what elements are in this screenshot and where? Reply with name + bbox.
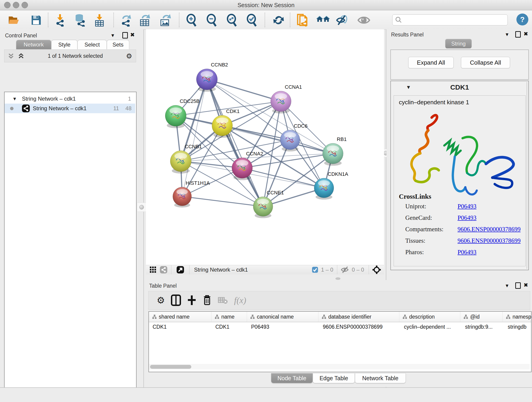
first-neighbors-icon[interactable] xyxy=(316,13,330,27)
crosslink-tissues-link[interactable]: 9606.ENSP00000378699 xyxy=(457,237,520,244)
search-input[interactable] xyxy=(404,17,507,23)
import-network-file-icon[interactable] xyxy=(53,13,67,27)
crosslink-label: Pharos: xyxy=(405,249,424,255)
import-table-file-icon[interactable] xyxy=(93,13,106,27)
network-badge-icon[interactable] xyxy=(160,266,167,274)
import-network-database-icon[interactable] xyxy=(73,13,87,27)
save-session-icon[interactable] xyxy=(29,13,43,27)
zoom-out-icon[interactable] xyxy=(205,13,219,27)
selected-checkbox-icon[interactable] xyxy=(312,267,318,273)
network-node-cdc25b[interactable] xyxy=(165,105,186,128)
network-edge[interactable] xyxy=(207,79,263,206)
column-header[interactable]: database identifier xyxy=(318,312,399,322)
panel-close-icon[interactable]: ✖ xyxy=(524,31,528,37)
network-options-gear-icon[interactable]: ⚙ xyxy=(126,52,132,60)
add-column-icon[interactable] xyxy=(187,294,196,306)
tree-expand-icon[interactable]: ▼ xyxy=(12,96,17,102)
network-tree-child-row[interactable]: String Network – cdk1 11 48 xyxy=(5,104,135,113)
grid-view-icon[interactable] xyxy=(150,266,157,273)
network-edge[interactable] xyxy=(222,126,333,153)
delete-column-icon[interactable] xyxy=(203,294,212,306)
network-node-cdkn1a[interactable] xyxy=(314,178,334,200)
show-all-icon[interactable] xyxy=(357,13,371,27)
selected-counts: 1 – 0 xyxy=(321,267,333,273)
panel-close-icon[interactable]: ✖ xyxy=(524,282,528,288)
table-horizontal-scrollbar[interactable] xyxy=(149,364,530,370)
network-node-cdc6[interactable] xyxy=(280,130,300,152)
network-node-ccnb2[interactable] xyxy=(196,69,217,92)
column-header[interactable]: @id xyxy=(460,312,503,322)
network-node-ccna2[interactable] xyxy=(232,158,253,180)
expand-all-tree-icon[interactable] xyxy=(7,52,14,59)
network-node-hist1h1a[interactable] xyxy=(173,187,191,207)
panel-float-icon[interactable] xyxy=(515,282,521,289)
network-node-ccna1[interactable] xyxy=(271,91,291,114)
network-tree-root-row[interactable]: ▼ String Network – cdk1 1 xyxy=(5,94,135,104)
column-header[interactable]: description xyxy=(399,312,460,322)
birds-eye-icon[interactable] xyxy=(372,265,381,274)
node-label: CDK1 xyxy=(226,108,240,114)
refresh-icon[interactable] xyxy=(272,13,285,27)
crosslink-label: Uniprot: xyxy=(405,203,426,210)
collapse-all-tree-icon[interactable] xyxy=(18,52,25,59)
network-node-rb1[interactable] xyxy=(323,143,343,166)
clone-network-icon[interactable] xyxy=(296,13,310,27)
column-header[interactable]: canonical name xyxy=(247,312,318,322)
table-row[interactable]: CDK1 CDK1 P06493 9606.ENSP00000378699 cy… xyxy=(149,322,531,332)
export-table-icon[interactable] xyxy=(138,13,152,27)
network-list-toolbar: 1 of 1 Network selected ⚙ xyxy=(4,50,136,62)
zoom-fit-icon[interactable] xyxy=(225,13,239,27)
splitter-handle-horizontal[interactable] xyxy=(336,277,341,280)
panel-float-icon[interactable] xyxy=(515,31,521,38)
crosslink-label: Tissues: xyxy=(405,237,425,244)
tab-select[interactable]: Select xyxy=(77,40,107,49)
node-label: CDC6 xyxy=(294,123,307,129)
splitter-handle-left[interactable] xyxy=(137,203,146,212)
column-header[interactable]: shared name xyxy=(149,312,211,322)
zoom-selected-icon[interactable] xyxy=(245,13,259,27)
network-edge[interactable] xyxy=(182,196,263,206)
table-scrollbar-thumb[interactable] xyxy=(150,365,191,369)
crosslink-pharos-link[interactable]: P06493 xyxy=(457,249,476,256)
search-box[interactable] xyxy=(392,14,508,26)
export-network-icon[interactable] xyxy=(119,13,133,27)
export-image-icon[interactable] xyxy=(158,13,172,27)
show-columns-icon[interactable] xyxy=(171,294,181,306)
network-node-ccne1[interactable] xyxy=(253,197,273,218)
hide-selected-icon[interactable] xyxy=(336,13,349,27)
open-session-icon[interactable] xyxy=(7,13,21,27)
panel-menu-icon[interactable]: ▾ xyxy=(506,31,508,38)
network-node-cdk1[interactable] xyxy=(212,115,233,138)
results-scrollbar[interactable] xyxy=(526,82,527,269)
tab-network-table[interactable]: Network Table xyxy=(355,373,406,383)
help-button[interactable]: ? xyxy=(516,13,528,26)
protein-detail-box: cyclin–dependent kinase 1 xyxy=(394,95,526,266)
panel-menu-icon[interactable]: ▾ xyxy=(506,282,508,289)
network-graph[interactable]: CCNB2CCNA1CDC25BCDK1CDC6RB1CCNB1CCNA2CDK… xyxy=(146,29,384,265)
expand-all-button[interactable]: Expand All xyxy=(408,57,454,68)
tab-string[interactable]: String xyxy=(445,39,472,48)
application-window: Session: New Session xyxy=(0,0,532,402)
tab-style[interactable]: Style xyxy=(51,40,77,49)
collapse-all-button[interactable]: Collapse All xyxy=(461,57,510,68)
panel-menu-icon[interactable]: ▾ xyxy=(111,32,114,38)
panel-float-icon[interactable] xyxy=(122,32,128,38)
network-canvas[interactable]: CCNB2CCNA1CDC25BCDK1CDC6RB1CCNB1CCNA2CDK… xyxy=(146,29,384,265)
zoom-in-icon[interactable] xyxy=(185,13,198,27)
table-options-gear-icon[interactable]: ⚙ xyxy=(157,295,165,306)
open-in-window-icon[interactable] xyxy=(177,266,184,274)
hidden-eye-icon[interactable] xyxy=(341,266,350,274)
network-edge[interactable] xyxy=(181,140,290,161)
panel-close-icon[interactable]: ✖ xyxy=(130,32,135,38)
column-header[interactable]: namespace xyxy=(503,312,532,322)
tab-network[interactable]: Network xyxy=(16,40,51,49)
crosslink-uniprot-link[interactable]: P06493 xyxy=(457,203,476,210)
tab-sets[interactable]: Sets xyxy=(107,40,129,49)
network-node-ccnb1[interactable] xyxy=(170,151,191,173)
column-header[interactable]: name xyxy=(211,312,247,322)
crosslink-genecard-link[interactable]: P06493 xyxy=(457,214,476,221)
tab-node-table[interactable]: Node Table xyxy=(271,373,313,383)
network-edge[interactable] xyxy=(207,79,281,101)
crosslink-compartments-link[interactable]: 9606.ENSP00000378699 xyxy=(457,226,520,233)
tab-edge-table[interactable]: Edge Table xyxy=(313,373,355,383)
